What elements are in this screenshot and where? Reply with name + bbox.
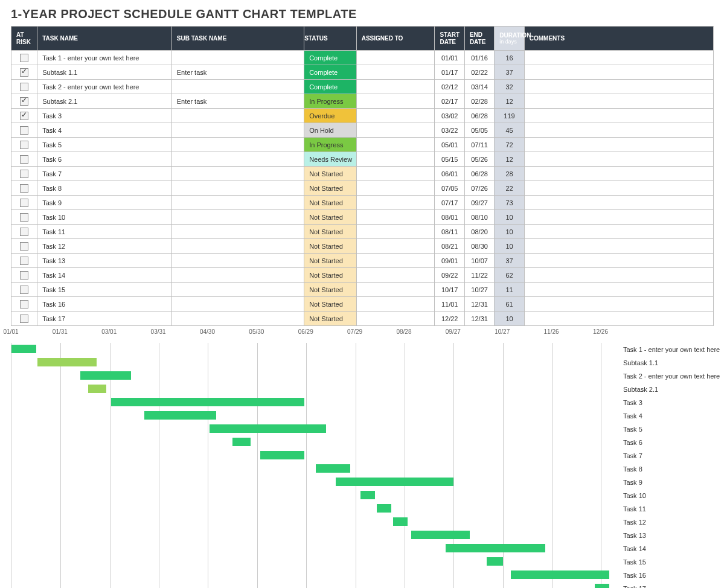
cell-task[interactable]: Task 12 [37, 239, 172, 254]
cell-status[interactable]: Complete [304, 80, 357, 94]
cell-subtask[interactable]: Enter task [171, 94, 304, 109]
cell-comments[interactable] [524, 109, 713, 123]
cell-comments[interactable] [524, 51, 713, 65]
cell-status[interactable]: Not Started [304, 312, 357, 326]
cell-subtask[interactable]: Enter task [171, 65, 304, 80]
cell-assigned[interactable] [356, 167, 435, 181]
cell-status[interactable]: Not Started [304, 210, 357, 225]
cell-end[interactable]: 12/31 [464, 297, 494, 312]
cell-comments[interactable] [524, 80, 713, 94]
cell-end[interactable]: 03/14 [464, 80, 494, 94]
cell-start[interactable]: 02/17 [435, 94, 464, 109]
cell-end[interactable]: 06/28 [464, 109, 494, 123]
cell-comments[interactable] [524, 65, 713, 80]
cell-subtask[interactable] [171, 167, 304, 181]
risk-checkbox[interactable] [20, 68, 28, 77]
cell-start[interactable]: 08/21 [435, 239, 464, 254]
cell-subtask[interactable] [171, 123, 304, 138]
cell-start[interactable]: 08/11 [435, 225, 464, 239]
cell-end[interactable]: 07/26 [464, 181, 494, 196]
cell-subtask[interactable] [171, 109, 304, 123]
cell-subtask[interactable] [171, 196, 304, 210]
cell-comments[interactable] [524, 254, 713, 268]
cell-assigned[interactable] [356, 65, 435, 80]
cell-start[interactable]: 05/01 [435, 138, 464, 152]
cell-end[interactable]: 02/22 [464, 65, 494, 80]
risk-checkbox[interactable] [20, 97, 28, 106]
cell-comments[interactable] [524, 94, 713, 109]
cell-end[interactable]: 08/20 [464, 225, 494, 239]
cell-start[interactable]: 07/17 [435, 196, 464, 210]
cell-task[interactable]: Task 9 [37, 196, 172, 210]
cell-end[interactable]: 05/26 [464, 152, 494, 167]
cell-end[interactable]: 08/30 [464, 239, 494, 254]
cell-subtask[interactable] [171, 283, 304, 297]
cell-start[interactable]: 07/05 [435, 181, 464, 196]
cell-task[interactable]: Task 10 [37, 210, 172, 225]
risk-checkbox[interactable] [20, 184, 28, 193]
cell-assigned[interactable] [356, 210, 435, 225]
cell-comments[interactable] [524, 123, 713, 138]
cell-comments[interactable] [524, 181, 713, 196]
risk-checkbox[interactable] [20, 170, 28, 178]
risk-checkbox[interactable] [20, 112, 28, 120]
cell-start[interactable]: 09/01 [435, 254, 464, 268]
cell-start[interactable]: 10/17 [435, 283, 464, 297]
cell-end[interactable]: 10/27 [464, 283, 494, 297]
cell-task[interactable]: Subtask 2.1 [37, 94, 172, 109]
cell-status[interactable]: Not Started [304, 181, 357, 196]
cell-end[interactable]: 08/10 [464, 210, 494, 225]
cell-task[interactable]: Task 11 [37, 225, 172, 239]
cell-assigned[interactable] [356, 138, 435, 152]
cell-assigned[interactable] [356, 283, 435, 297]
cell-subtask[interactable] [171, 80, 304, 94]
cell-status[interactable]: Not Started [304, 283, 357, 297]
risk-checkbox[interactable] [20, 213, 28, 222]
cell-status[interactable]: On Hold [304, 123, 357, 138]
cell-comments[interactable] [524, 297, 713, 312]
cell-status[interactable]: Needs Review [304, 152, 357, 167]
risk-checkbox[interactable] [20, 126, 28, 135]
risk-checkbox[interactable] [20, 83, 28, 91]
risk-checkbox[interactable] [20, 199, 28, 207]
cell-status[interactable]: Not Started [304, 268, 357, 283]
cell-end[interactable]: 01/16 [464, 51, 494, 65]
cell-start[interactable]: 02/12 [435, 80, 464, 94]
cell-task[interactable]: Subtask 1.1 [37, 65, 172, 80]
cell-comments[interactable] [524, 196, 713, 210]
cell-end[interactable]: 12/31 [464, 312, 494, 326]
cell-end[interactable]: 07/11 [464, 138, 494, 152]
cell-assigned[interactable] [356, 312, 435, 326]
cell-subtask[interactable] [171, 152, 304, 167]
cell-start[interactable]: 01/01 [435, 51, 464, 65]
cell-assigned[interactable] [356, 297, 435, 312]
cell-start[interactable]: 01/17 [435, 65, 464, 80]
cell-assigned[interactable] [356, 196, 435, 210]
risk-checkbox[interactable] [20, 155, 28, 164]
cell-assigned[interactable] [356, 152, 435, 167]
cell-status[interactable]: In Progress [304, 94, 357, 109]
cell-task[interactable]: Task 6 [37, 152, 172, 167]
risk-checkbox[interactable] [20, 242, 28, 251]
cell-status[interactable]: Not Started [304, 196, 357, 210]
risk-checkbox[interactable] [20, 257, 28, 265]
cell-start[interactable]: 08/01 [435, 210, 464, 225]
cell-task[interactable]: Task 1 - enter your own text here [37, 51, 172, 65]
cell-task[interactable]: Task 17 [37, 312, 172, 326]
cell-end[interactable]: 11/22 [464, 268, 494, 283]
cell-end[interactable]: 02/28 [464, 94, 494, 109]
cell-assigned[interactable] [356, 268, 435, 283]
cell-subtask[interactable] [171, 268, 304, 283]
cell-start[interactable]: 11/01 [435, 297, 464, 312]
cell-subtask[interactable] [171, 181, 304, 196]
cell-subtask[interactable] [171, 225, 304, 239]
cell-task[interactable]: Task 7 [37, 167, 172, 181]
cell-start[interactable]: 05/15 [435, 152, 464, 167]
cell-comments[interactable] [524, 268, 713, 283]
cell-start[interactable]: 12/22 [435, 312, 464, 326]
cell-task[interactable]: Task 13 [37, 254, 172, 268]
cell-assigned[interactable] [356, 181, 435, 196]
cell-end[interactable]: 09/27 [464, 196, 494, 210]
cell-status[interactable]: Not Started [304, 225, 357, 239]
cell-subtask[interactable] [171, 312, 304, 326]
